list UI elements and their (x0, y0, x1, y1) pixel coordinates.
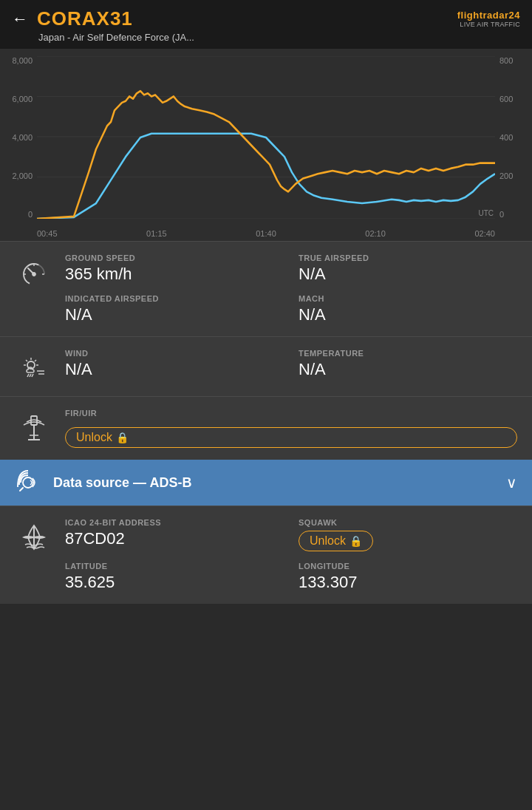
true-airspeed-label: TRUE AIRSPEED (299, 253, 517, 262)
latitude-value: 35.625 (65, 573, 284, 592)
weather-section: WIND N/A TEMPERATURE N/A (0, 336, 532, 396)
squawk-label: SQUAWK (299, 518, 517, 527)
x-label-0210: 02:10 (365, 229, 386, 238)
y-right-600: 600 (499, 95, 513, 103)
header-top: ← CORAX31 flightradar24 LIVE AIR TRAFFIC (12, 7, 520, 30)
y-left-2000: 2,000 (12, 171, 33, 180)
x-label-0115: 01:15 (146, 229, 167, 238)
speed-content: GROUND SPEED 365 km/h TRUE AIRSPEED N/A … (65, 253, 517, 324)
wind-value: N/A (65, 360, 284, 379)
ads-b-icon (15, 518, 53, 554)
svg-point-8 (33, 273, 35, 276)
y-axis-left: 8,000 6,000 4,000 2,000 0 (0, 56, 37, 219)
fir-lock-icon: 🔒 (116, 432, 129, 443)
icao-field: ICAO 24-BIT ADDRESS 87CD02 (65, 518, 284, 551)
temperature-value: N/A (299, 360, 517, 379)
adsb-icon (15, 470, 41, 495)
x-label-0045: 00:45 (37, 229, 58, 238)
flight-subtitle: Japan - Air Self Defence Force (JA... (38, 32, 520, 43)
mach-field: MACH N/A (299, 294, 517, 324)
icao-content: ICAO 24-BIT ADDRESS 87CD02 SQUAWK Unlock… (65, 518, 517, 592)
longitude-label: LONGITUDE (299, 562, 517, 571)
squawk-unlock-button[interactable]: Unlock 🔒 (299, 531, 373, 551)
data-source-title: Data source — ADS-B (53, 475, 494, 491)
brand-name: flightradar24 (457, 10, 520, 21)
icao-label: ICAO 24-BIT ADDRESS (65, 518, 284, 527)
latitude-label: LATITUDE (65, 562, 284, 571)
y-right-0: 0 (499, 210, 504, 219)
y-axis-right: 800 600 400 200 0 (495, 56, 532, 219)
y-left-4000: 4,000 (12, 133, 33, 142)
svg-line-18 (27, 374, 29, 377)
fir-unlock-label: Unlock (76, 431, 112, 444)
true-airspeed-value: N/A (299, 265, 517, 284)
data-source-banner[interactable]: Data source — ADS-B ∨ (0, 460, 532, 506)
icao-section: ICAO 24-BIT ADDRESS 87CD02 SQUAWK Unlock… (0, 506, 532, 604)
fir-section: FIR/UIR Unlock 🔒 (0, 396, 532, 460)
indicated-airspeed-value: N/A (65, 305, 284, 324)
squawk-lock-icon: 🔒 (349, 535, 362, 547)
weather-content: WIND N/A TEMPERATURE N/A (65, 349, 517, 379)
fir-unlock-button[interactable]: Unlock 🔒 (65, 427, 517, 448)
speed-icon (15, 253, 53, 289)
x-label-0240: 02:40 (474, 229, 495, 238)
fr24-logo: flightradar24 LIVE AIR TRAFFIC (457, 10, 520, 28)
svg-line-17 (26, 360, 27, 361)
icao-value: 87CD02 (65, 529, 284, 548)
y-left-6000: 6,000 (12, 95, 33, 103)
y-right-200: 200 (499, 171, 513, 180)
svg-line-20 (32, 374, 33, 377)
chart-lines (37, 56, 495, 219)
fir-content: FIR/UIR Unlock 🔒 (65, 409, 517, 448)
temperature-field: TEMPERATURE N/A (299, 349, 517, 379)
wind-label: WIND (65, 349, 284, 358)
ground-speed-label: GROUND SPEED (65, 253, 284, 262)
y-right-800: 800 (499, 56, 513, 65)
latitude-field: LATITUDE 35.625 (65, 562, 284, 592)
speed-section: GROUND SPEED 365 km/h TRUE AIRSPEED N/A … (0, 241, 532, 336)
y-right-400: 400 (499, 133, 513, 142)
brand-sub: LIVE AIR TRAFFIC (460, 21, 520, 28)
y-left-0: 0 (28, 210, 33, 219)
ground-speed-value: 365 km/h (65, 265, 284, 284)
longitude-value: 133.307 (299, 573, 517, 592)
indicated-airspeed-label: INDICATED AIRSPEED (65, 294, 284, 303)
svg-line-19 (30, 374, 31, 377)
header: ← CORAX31 flightradar24 LIVE AIR TRAFFIC… (0, 0, 532, 49)
x-axis: 00:45 01:15 01:40 02:10 02:40 (37, 229, 495, 238)
y-left-8000: 8,000 (12, 56, 33, 65)
longitude-field: LONGITUDE 133.307 (299, 562, 517, 592)
ground-speed-field: GROUND SPEED 365 km/h (65, 253, 284, 284)
svg-line-14 (35, 360, 36, 361)
wind-field: WIND N/A (65, 349, 284, 379)
fir-label: FIR/UIR (65, 409, 517, 418)
x-label-0140: 01:40 (256, 229, 276, 238)
expand-chevron-icon[interactable]: ∨ (506, 474, 517, 491)
fir-icon (15, 409, 53, 444)
squawk-unlock-label: Unlock (310, 534, 346, 548)
altitude-speed-chart: 8,000 6,000 4,000 2,000 0 800 600 400 20… (0, 49, 532, 241)
mach-label: MACH (299, 294, 517, 303)
weather-icon (15, 349, 53, 384)
indicated-airspeed-field: INDICATED AIRSPEED N/A (65, 294, 284, 324)
squawk-field: SQUAWK Unlock 🔒 (299, 518, 517, 551)
back-button[interactable]: ← (12, 10, 28, 29)
flight-id: CORAX31 (37, 7, 133, 30)
true-airspeed-field: TRUE AIRSPEED N/A (299, 253, 517, 284)
mach-value: N/A (299, 305, 517, 324)
temperature-label: TEMPERATURE (299, 349, 517, 358)
